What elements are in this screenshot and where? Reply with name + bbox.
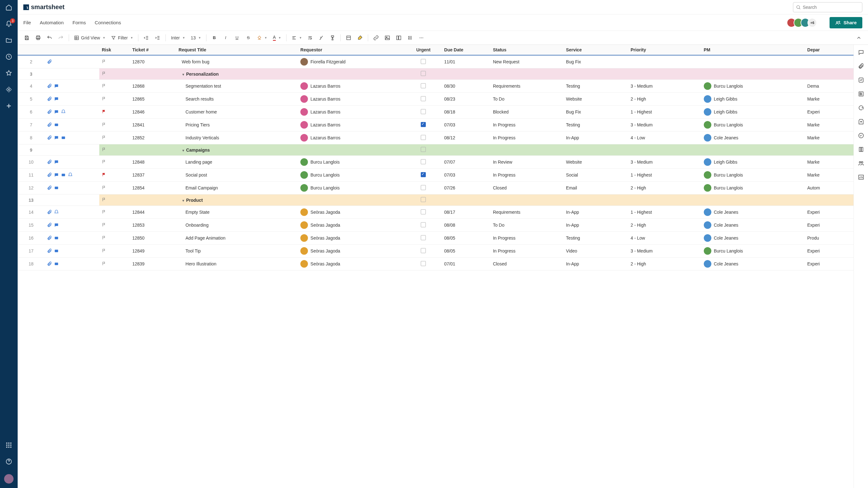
home-icon[interactable]	[5, 4, 12, 11]
cell-status[interactable]: Requirements	[490, 206, 563, 219]
collapse-icon[interactable]: ▼	[182, 199, 185, 203]
italic-icon[interactable]: I	[221, 33, 230, 42]
menu-forms[interactable]: Forms	[72, 20, 86, 25]
cell-urgent[interactable]	[405, 245, 441, 257]
cell-pm[interactable]: Leigh Gibbs	[701, 156, 805, 169]
cell-ticket[interactable]: 12846	[130, 105, 176, 119]
cell-pm[interactable]: Cole Jeanes	[701, 257, 805, 271]
cell-title[interactable]: Empty State	[176, 206, 298, 219]
attachment-icon[interactable]	[47, 122, 52, 127]
collapse-toolbar-icon[interactable]	[854, 33, 864, 42]
cell-risk[interactable]	[99, 131, 130, 144]
cell-risk[interactable]	[99, 206, 130, 219]
cell-ticket[interactable]: 12853	[130, 219, 176, 232]
cell-requestor[interactable]: Lazarus Barros	[298, 105, 405, 119]
cell-due[interactable]: 07/07	[441, 156, 490, 169]
urgent-checkbox[interactable]	[421, 96, 426, 101]
notifications-icon[interactable]: 3	[5, 20, 12, 28]
table-row[interactable]: 17 12849 Tool Tip Seòras Jagoda 08/05 In…	[18, 245, 854, 257]
attachment-icon[interactable]	[47, 261, 52, 266]
column-header-risk[interactable]: Risk	[99, 45, 130, 55]
collapse-icon[interactable]: ▼	[182, 73, 185, 76]
cell-risk[interactable]	[99, 245, 130, 257]
cell-requestor[interactable]: Fiorella Fitzgerald	[298, 55, 405, 68]
comment-icon[interactable]	[54, 84, 59, 89]
proof-icon[interactable]	[54, 185, 59, 190]
cell-urgent[interactable]	[405, 55, 441, 68]
cell-risk[interactable]	[99, 232, 130, 245]
browse-icon[interactable]	[5, 37, 12, 44]
view-selector[interactable]: Grid View ▼	[72, 33, 107, 42]
cell-service[interactable]: Testing	[563, 119, 628, 131]
cell-pm[interactable]: Cole Jeanes	[701, 219, 805, 232]
align-icon[interactable]: ▼	[290, 33, 304, 42]
resource-mgmt-icon[interactable]	[858, 160, 864, 166]
cell-priority[interactable]: 2 - High	[628, 182, 701, 194]
cell-urgent[interactable]	[405, 119, 441, 131]
reminder-icon[interactable]	[61, 110, 66, 115]
strikethrough-icon[interactable]: S	[244, 33, 253, 42]
urgent-checkbox[interactable]	[421, 172, 426, 177]
cell-dept[interactable]: Experi	[805, 105, 854, 119]
cell-service[interactable]: Website	[563, 156, 628, 169]
image-icon[interactable]	[383, 33, 392, 42]
cell-due[interactable]: 08/23	[441, 93, 490, 105]
column-header-requestor[interactable]: Requestor	[298, 45, 405, 55]
cell-requestor[interactable]: Seòras Jagoda	[298, 206, 405, 219]
cell-priority[interactable]: 2 - High	[628, 93, 701, 105]
outdent-icon[interactable]	[142, 33, 151, 42]
cell-dept[interactable]: Autom	[805, 182, 854, 194]
share-button[interactable]: Share	[830, 17, 862, 28]
cell-service[interactable]: Testing	[563, 80, 628, 93]
cell-service[interactable]: Social	[563, 169, 628, 182]
fill-color-icon[interactable]: ▼	[255, 33, 269, 42]
cell-risk[interactable]	[99, 182, 130, 194]
cell-risk[interactable]	[99, 219, 130, 232]
cell-service[interactable]: Bug Fix	[563, 55, 628, 68]
table-row[interactable]: 16 12850 Add Page Animation Seòras Jagod…	[18, 232, 854, 245]
urgent-checkbox[interactable]	[421, 159, 426, 164]
cell-dept[interactable]: Marke	[805, 119, 854, 131]
global-search[interactable]	[793, 2, 862, 12]
proofs-icon[interactable]	[858, 77, 864, 83]
cell-title[interactable]: Search results	[176, 93, 298, 105]
cell-risk[interactable]	[99, 257, 130, 271]
cell-status[interactable]: In Progress	[490, 245, 563, 257]
attachment-icon[interactable]	[47, 173, 52, 178]
cell-urgent[interactable]	[405, 219, 441, 232]
cell-service[interactable]: Bug Fix	[563, 105, 628, 119]
format-painter-icon[interactable]	[328, 33, 337, 42]
link-icon[interactable]	[371, 33, 381, 42]
cell-due[interactable]: 07/03	[441, 119, 490, 131]
cell-dept[interactable]: Produ	[805, 232, 854, 245]
wrap-icon[interactable]	[306, 33, 314, 42]
cell-risk[interactable]	[99, 80, 130, 93]
group-row[interactable]: 9 ▼Campaigns	[18, 144, 854, 156]
column-header-title[interactable]: Request Title	[176, 45, 298, 55]
cell-requestor[interactable]: Burcu Langlois	[298, 156, 405, 169]
cell-due[interactable]: 07/26	[441, 182, 490, 194]
font-selector[interactable]: Inter ▼	[169, 33, 187, 42]
cell-ticket[interactable]: 12849	[130, 245, 176, 257]
cell-requestor[interactable]: Seòras Jagoda	[298, 257, 405, 271]
cell-service[interactable]: Email	[563, 182, 628, 194]
cell-urgent[interactable]	[405, 80, 441, 93]
cell-ticket[interactable]: 12852	[130, 131, 176, 144]
proof-icon[interactable]	[54, 248, 59, 253]
cell-priority[interactable]: 1 - Highest	[628, 105, 701, 119]
cell-title[interactable]: Email Campaign	[176, 182, 298, 194]
proof-icon[interactable]	[54, 261, 59, 266]
cell-status[interactable]: To Do	[490, 93, 563, 105]
favorites-icon[interactable]	[5, 69, 12, 77]
cell-title[interactable]: Hero Illustration	[176, 257, 298, 271]
table-row[interactable]: 14 12844 Empty State Seòras Jagoda 08/17…	[18, 206, 854, 219]
cell-requestor[interactable]: Burcu Langlois	[298, 182, 405, 194]
underline-icon[interactable]: U	[232, 33, 242, 42]
cell-pm[interactable]: Burcu Langlois	[701, 119, 805, 131]
menu-connections[interactable]: Connections	[95, 20, 121, 25]
column-header-ticket[interactable]: Ticket #	[130, 45, 176, 55]
cell-priority[interactable]: 2 - High	[628, 257, 701, 271]
cell-risk[interactable]	[99, 119, 130, 131]
cell-priority[interactable]: 4 - Low	[628, 131, 701, 144]
cell-requestor[interactable]: Lazarus Barros	[298, 131, 405, 144]
